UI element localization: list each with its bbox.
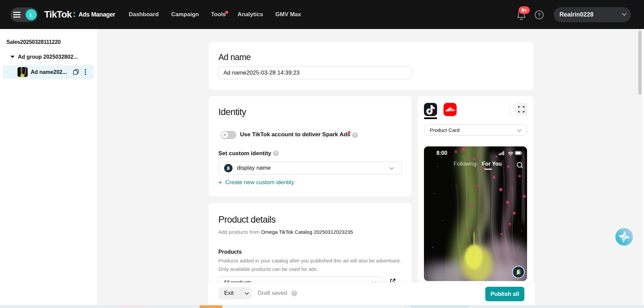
svg-text:S: S — [227, 167, 229, 170]
svg-text:?: ? — [538, 12, 541, 18]
svg-text:S: S — [517, 270, 519, 274]
